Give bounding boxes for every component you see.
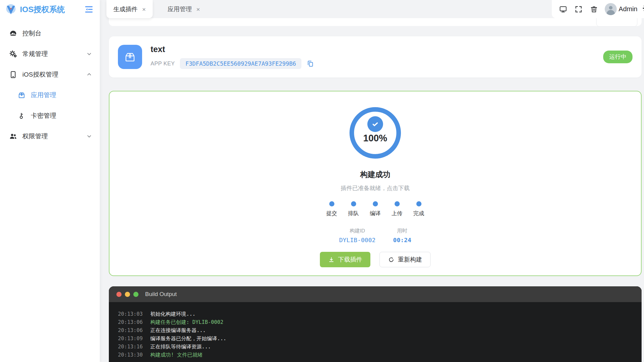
terminal-title: Build Output	[145, 291, 177, 298]
scrolled-card-remnant	[109, 18, 642, 26]
sidebar-item-card-key-management[interactable]: 卡密管理	[0, 107, 100, 124]
package-icon	[18, 91, 26, 99]
duration-value: 00:24	[393, 236, 411, 244]
fullscreen-icon[interactable]	[574, 5, 583, 13]
step-dot	[351, 201, 356, 206]
window-minimize-dot	[125, 292, 130, 297]
sidebar-item-ios-auth-management[interactable]: iOS授权管理	[0, 66, 100, 83]
build-id-label: 构建ID	[339, 227, 376, 234]
check-circle-icon	[367, 116, 383, 132]
window-close-dot	[116, 292, 122, 297]
build-output-terminal: Build Output 20:13:03初始化构建环境... 20:13:06…	[109, 286, 642, 362]
chevron-down-icon	[86, 133, 92, 139]
download-icon	[328, 256, 335, 263]
app-package-icon	[118, 45, 142, 69]
app-key-value: F3DFA5DB2C5EE560929AE7A93FE299B6	[180, 58, 301, 69]
sidebar-item-dashboard[interactable]: 控制台	[0, 25, 100, 42]
close-icon[interactable]: ×	[196, 6, 200, 12]
rebuild-button[interactable]: 重新构建	[379, 252, 431, 267]
sidebar-item-label: 权限管理	[22, 132, 48, 140]
progress-ring: 100%	[350, 107, 401, 159]
app-info: text APP KEY F3DFA5DB2C5EE560929AE7A93FE…	[151, 45, 314, 69]
gears-icon	[9, 50, 17, 58]
user-name[interactable]: Admin	[619, 5, 637, 13]
build-result-panel: 100% 构建成功 插件已准备就绪，点击下载 提交 排队 编译 上传	[109, 91, 642, 276]
sidebar-item-permission-management[interactable]: 权限管理	[0, 128, 100, 145]
build-id-block: 构建ID DYLIB-0002	[339, 227, 376, 244]
terminal-log: 20:13:03初始化构建环境... 20:13:06构建任务已创建: DYLI…	[109, 302, 642, 362]
terminal-header: Build Output	[109, 286, 642, 302]
sidebar-item-label: 控制台	[22, 29, 41, 38]
build-steps: 提交 排队 编译 上传 完成	[321, 201, 430, 217]
build-status-subtitle: 插件已准备就绪，点击下载	[341, 184, 410, 192]
sidebar-item-general-management[interactable]: 常规管理	[0, 45, 100, 62]
monitor-icon[interactable]	[559, 5, 567, 13]
terminal-line: 20:13:09编译服务器已分配，开始编译...	[118, 334, 633, 343]
step-dot	[416, 201, 421, 206]
duration-label: 用时	[393, 227, 411, 234]
tablet-icon	[9, 71, 17, 79]
build-meta: 构建ID DYLIB-0002 用时 00:24	[339, 227, 411, 244]
sidebar-item-label: 常规管理	[22, 50, 48, 58]
build-step: 提交	[321, 201, 343, 217]
build-id-value: DYLIB-0002	[339, 236, 376, 244]
chevron-down-icon	[86, 51, 92, 57]
duration-block: 用时 00:24	[393, 227, 411, 244]
build-actions: 下载插件 重新构建	[320, 252, 431, 267]
sidebar-submenu: 应用管理 卡密管理	[0, 87, 100, 124]
avatar[interactable]	[605, 3, 617, 15]
terminal-line: 20:13:03初始化构建环境...	[118, 310, 633, 318]
key-icon	[18, 112, 26, 120]
progress-percent: 100%	[363, 133, 387, 144]
sidebar-item-label: iOS授权管理	[22, 70, 58, 79]
tab-label: 生成插件	[113, 5, 138, 13]
sidebar-item-app-management[interactable]: 应用管理	[0, 87, 100, 104]
app-name: text	[151, 45, 314, 54]
step-dot	[329, 201, 334, 206]
app-title: IOS授权系统	[20, 4, 81, 15]
copy-icon[interactable]	[307, 60, 314, 67]
chevron-up-icon	[86, 72, 92, 77]
app-window: IOS授权系统 控制台	[0, 0, 644, 362]
terminal-line: 20:13:30构建成功! 文件已就绪	[118, 351, 633, 359]
sidebar-nav: 控制台 常规管理	[0, 19, 100, 145]
build-step: 上传	[386, 201, 408, 217]
sidebar-collapse-icon[interactable]	[84, 5, 94, 14]
tab-app-management[interactable]: 应用管理 ×	[161, 0, 207, 18]
tab-generate-plugin[interactable]: 生成插件 ×	[106, 0, 153, 18]
status-badge: 运行中	[603, 51, 633, 63]
step-dot	[373, 201, 378, 206]
build-status-title: 构建成功	[360, 169, 390, 179]
dashboard-icon	[9, 29, 17, 38]
app-key-label: APP KEY	[151, 61, 175, 67]
app-info-card: text APP KEY F3DFA5DB2C5EE560929AE7A93FE…	[109, 36, 642, 77]
topbar-actions: Admin	[552, 0, 644, 18]
build-step: 编译	[364, 201, 386, 217]
build-step: 完成	[408, 201, 430, 217]
users-icon	[9, 132, 17, 140]
terminal-line: 20:13:06正在连接编译服务器...	[118, 326, 633, 334]
tab-label: 应用管理	[168, 5, 192, 13]
terminal-line: 20:13:16正在排队等待编译资源...	[118, 343, 633, 351]
sidebar: IOS授权系统 控制台	[0, 0, 100, 362]
refresh-icon	[388, 256, 395, 263]
sidebar-item-label: 应用管理	[31, 91, 56, 99]
settings-gear-icon[interactable]	[642, 4, 644, 14]
app-key-row: APP KEY F3DFA5DB2C5EE560929AE7A93FE299B6	[151, 58, 314, 69]
build-step: 排队	[343, 201, 364, 217]
sidebar-header: IOS授权系统	[0, 0, 100, 19]
step-dot	[395, 201, 400, 206]
terminal-line: 20:13:06构建任务已创建: DYLIB-0002	[118, 318, 633, 326]
trash-icon[interactable]	[590, 5, 598, 13]
download-plugin-button[interactable]: 下载插件	[320, 252, 370, 267]
window-zoom-dot	[133, 292, 138, 297]
close-icon[interactable]: ×	[142, 6, 146, 12]
sidebar-item-label: 卡密管理	[31, 111, 56, 120]
app-logo-icon	[5, 3, 17, 15]
